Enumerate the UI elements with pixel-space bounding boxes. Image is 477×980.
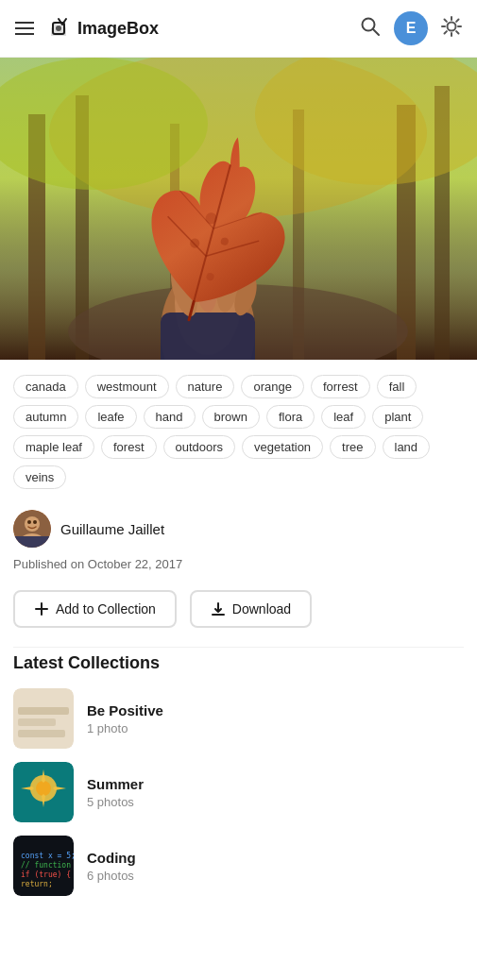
collection-item[interactable]: Be Positive 1 photo — [13, 688, 464, 749]
svg-line-13 — [445, 31, 447, 33]
theme-toggle-button[interactable] — [441, 16, 462, 42]
menu-button[interactable] — [15, 22, 34, 35]
collection-info: Coding 6 photos — [87, 850, 464, 883]
tag[interactable]: tree — [330, 435, 375, 459]
tag[interactable]: vegetation — [242, 435, 323, 459]
collection-name: Summer — [87, 776, 464, 792]
svg-rect-54 — [18, 707, 69, 715]
collection-count: 6 photos — [87, 869, 464, 883]
tag[interactable]: nature — [176, 375, 235, 398]
tag[interactable]: plant — [372, 405, 423, 429]
search-icon — [360, 16, 381, 37]
tag[interactable]: autumn — [13, 405, 78, 429]
logo-icon — [45, 15, 72, 42]
download-button[interactable]: Download — [190, 590, 312, 628]
collection-info: Summer 5 photos — [87, 776, 464, 809]
collections-section: Latest Collections Be Positive 1 photo — [0, 648, 477, 928]
download-icon — [211, 601, 226, 617]
search-button[interactable] — [360, 16, 381, 41]
svg-text:const x = 5;: const x = 5; — [21, 852, 74, 860]
svg-point-46 — [27, 520, 31, 524]
svg-rect-28 — [161, 313, 255, 360]
tag[interactable]: fall — [377, 375, 417, 398]
tag[interactable]: leafe — [85, 405, 136, 429]
tag[interactable]: forest — [101, 435, 157, 459]
tag[interactable]: westmount — [85, 375, 169, 398]
logo-text: ImageBox — [77, 19, 159, 39]
svg-rect-56 — [18, 730, 65, 737]
collection-info: Be Positive 1 photo — [87, 702, 464, 735]
collection-item[interactable]: Summer 5 photos — [13, 762, 464, 822]
author-name: Guillaume Jaillet — [60, 521, 164, 537]
svg-point-2 — [56, 25, 61, 31]
main-image — [0, 58, 477, 360]
tag[interactable]: outdoors — [163, 435, 236, 459]
header: ImageBox E — [0, 0, 477, 58]
author-avatar — [13, 510, 51, 548]
header-right: E — [360, 11, 462, 45]
tag[interactable]: orange — [241, 375, 303, 398]
svg-line-11 — [456, 31, 458, 33]
svg-text:return;: return; — [21, 880, 53, 888]
collections-list: Be Positive 1 photo Summer 5 photos cons… — [13, 688, 464, 896]
collection-thumbnail — [13, 688, 74, 749]
svg-point-59 — [36, 781, 51, 796]
svg-line-4 — [373, 29, 379, 35]
svg-point-5 — [448, 22, 456, 30]
collection-name: Be Positive — [87, 702, 464, 718]
author-section: Guillaume Jaillet — [0, 497, 477, 553]
svg-point-44 — [25, 516, 40, 532]
svg-line-10 — [445, 19, 447, 21]
actions-section: Add to Collection Download — [0, 584, 477, 647]
tag[interactable]: maple leaf — [13, 435, 94, 459]
add-to-collection-button[interactable]: Add to Collection — [13, 590, 177, 628]
tag[interactable]: veins — [13, 465, 66, 489]
tag[interactable]: brown — [202, 405, 260, 429]
author-avatar-img — [13, 510, 51, 548]
plus-icon — [34, 601, 49, 617]
collection-thumbnail: const x = 5; // function if (true) { ret… — [13, 836, 74, 896]
published-date: Published on October 22, 2017 — [0, 553, 477, 584]
svg-line-12 — [456, 19, 458, 21]
svg-rect-55 — [18, 718, 56, 726]
tag[interactable]: land — [383, 435, 431, 459]
collection-thumbnail — [13, 762, 74, 822]
tag[interactable]: flora — [266, 405, 315, 429]
tag[interactable]: forrest — [311, 375, 370, 398]
svg-point-47 — [33, 520, 37, 524]
theme-icon — [441, 16, 462, 37]
header-left: ImageBox — [15, 15, 159, 42]
collections-title: Latest Collections — [13, 653, 464, 673]
tag[interactable]: canada — [13, 375, 78, 398]
svg-rect-48 — [13, 536, 51, 548]
tag[interactable]: hand — [144, 405, 196, 429]
collection-count: 5 photos — [87, 795, 464, 809]
tags-section: canadawestmountnatureorangeforrestfallau… — [0, 360, 477, 497]
collection-name: Coding — [87, 850, 464, 866]
main-image-container — [0, 58, 477, 360]
avatar[interactable]: E — [394, 11, 428, 45]
svg-text:// function: // function — [21, 861, 71, 870]
logo[interactable]: ImageBox — [45, 15, 159, 42]
collection-item[interactable]: const x = 5; // function if (true) { ret… — [13, 836, 464, 896]
svg-text:if (true) {: if (true) { — [21, 870, 71, 879]
tag[interactable]: leaf — [321, 405, 366, 429]
collection-count: 1 photo — [87, 721, 464, 735]
